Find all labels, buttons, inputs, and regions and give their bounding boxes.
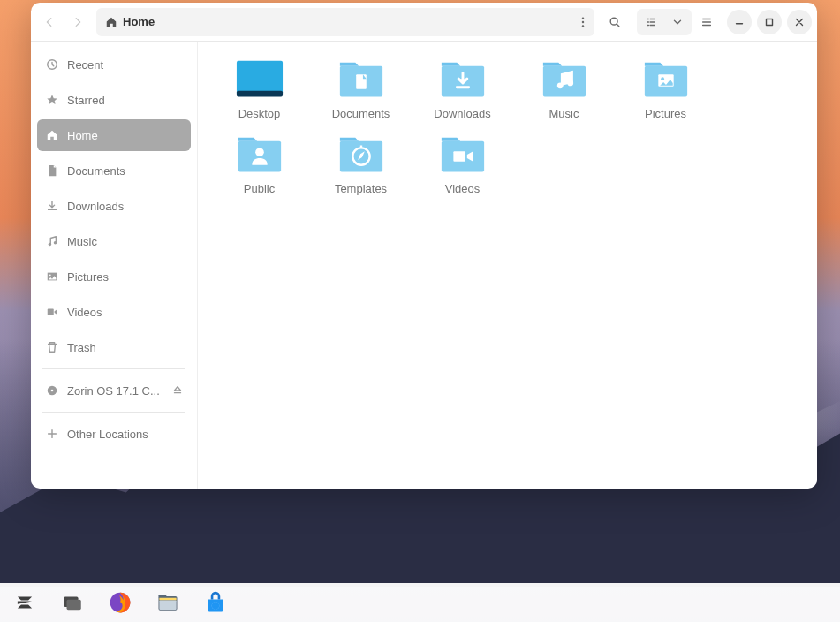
sidebar-item-videos[interactable]: Videos [37,296,191,328]
sidebar-item-label: Starred [67,94,182,107]
home-icon [105,16,117,28]
folder-icon [235,133,284,175]
taskbar-start-button[interactable] [11,588,39,617]
search-icon [609,16,621,28]
disc-icon [46,384,58,397]
minimize-button[interactable] [727,10,752,34]
folder-label: Templates [335,182,387,195]
hamburger-menu-button[interactable] [693,9,720,35]
maximize-button[interactable] [757,10,782,34]
path-bar[interactable]: Home [96,8,594,36]
sidebar-item-other-locations[interactable]: Other Locations [37,418,191,450]
sidebar-item-label: Trash [67,341,182,354]
path-label: Home [123,15,155,28]
video-icon [46,306,58,318]
folder-item[interactable]: Pictures [615,54,716,124]
sidebar-item-label: Videos [67,306,182,319]
svg-rect-4 [767,19,773,25]
folder-item[interactable]: Downloads [412,54,513,124]
maximize-icon [763,16,776,28]
software-store-icon [203,590,228,615]
folder-icon [438,57,488,100]
music-icon [46,235,58,247]
view-options-group [637,9,692,35]
search-button[interactable] [602,9,628,35]
svg-point-0 [582,17,584,19]
sidebar-item-music[interactable]: Music [37,225,191,257]
list-icon [645,16,657,28]
taskbar-files-button[interactable] [154,588,182,617]
close-button[interactable] [787,10,812,34]
chevron-down-icon [671,16,684,28]
workspaces-icon [61,591,84,614]
folder-label: Music [549,107,579,120]
folder-item[interactable]: Desktop [208,54,310,124]
sidebar-item-downloads[interactable]: Downloads [37,190,191,222]
sidebar-item-trash[interactable]: Trash [37,331,191,363]
taskbar-software-button[interactable] [201,588,230,617]
forward-button[interactable] [64,9,91,35]
svg-rect-13 [236,61,282,95]
sidebar-item-home[interactable]: Home [37,119,191,151]
titlebar: Home [31,3,817,42]
view-options-dropdown[interactable] [665,11,690,34]
taskbar-firefox-button[interactable] [106,588,134,617]
path-options-button[interactable] [577,16,589,28]
sidebar-item-label: Home [67,129,182,142]
sidebar-item-disk[interactable]: Zorin OS 17.1 C... [37,375,191,406]
sidebar-item-documents[interactable]: Documents [37,155,191,186]
svg-rect-16 [356,74,367,88]
firefox-icon [108,590,132,615]
folder-label: Downloads [434,107,490,120]
sidebar: Recent Starred Home Documents Downloads … [31,42,198,489]
eject-icon[interactable] [171,384,184,397]
files-icon [155,590,180,615]
svg-point-1 [582,20,584,22]
sidebar-item-label: Pictures [67,270,182,284]
svg-rect-31 [67,600,81,610]
sidebar-item-starred[interactable]: Starred [37,84,191,116]
plus-icon [46,428,58,440]
home-icon [46,129,58,141]
back-button[interactable] [36,9,63,35]
folder-item[interactable]: Videos [412,129,513,199]
zorin-logo-icon [13,591,36,614]
svg-rect-35 [159,598,176,601]
svg-point-12 [51,390,54,392]
folder-icon [337,133,386,175]
sidebar-item-pictures[interactable]: Pictures [37,261,191,292]
svg-rect-14 [236,91,282,97]
folder-label: Documents [332,107,390,120]
image-icon [46,270,58,283]
folder-grid[interactable]: Desktop Documents Downloads Music Pictur… [198,42,817,489]
folder-item[interactable]: Public [208,129,310,199]
svg-rect-34 [159,595,167,598]
svg-rect-10 [48,309,54,315]
file-manager-window: Home [31,3,817,489]
svg-point-6 [49,243,52,247]
svg-point-20 [567,80,573,87]
folder-item[interactable]: Documents [310,54,412,124]
svg-point-2 [582,25,584,27]
sidebar-item-label: Downloads [67,200,182,213]
folder-item[interactable]: Music [513,54,615,124]
trash-icon [46,341,58,353]
folder-icon [641,57,691,100]
document-icon [46,164,58,177]
svg-rect-24 [238,141,280,172]
minimize-icon [733,16,745,28]
folder-label: Videos [445,182,481,195]
folder-item[interactable]: Templates [310,129,412,199]
download-icon [46,200,58,212]
folder-label: Desktop [238,107,281,120]
sidebar-item-label: Zorin OS 17.1 C... [67,384,182,398]
view-list-button[interactable] [639,11,663,34]
taskbar-workspaces-button[interactable] [58,588,87,617]
sidebar-item-label: Documents [67,164,182,178]
sidebar-item-label: Other Locations [67,428,182,441]
sidebar-item-recent[interactable]: Recent [37,49,191,80]
svg-point-7 [54,241,57,245]
breadcrumb[interactable]: Home [105,15,155,28]
folder-desktop-icon [235,57,284,100]
clock-icon [46,58,58,71]
